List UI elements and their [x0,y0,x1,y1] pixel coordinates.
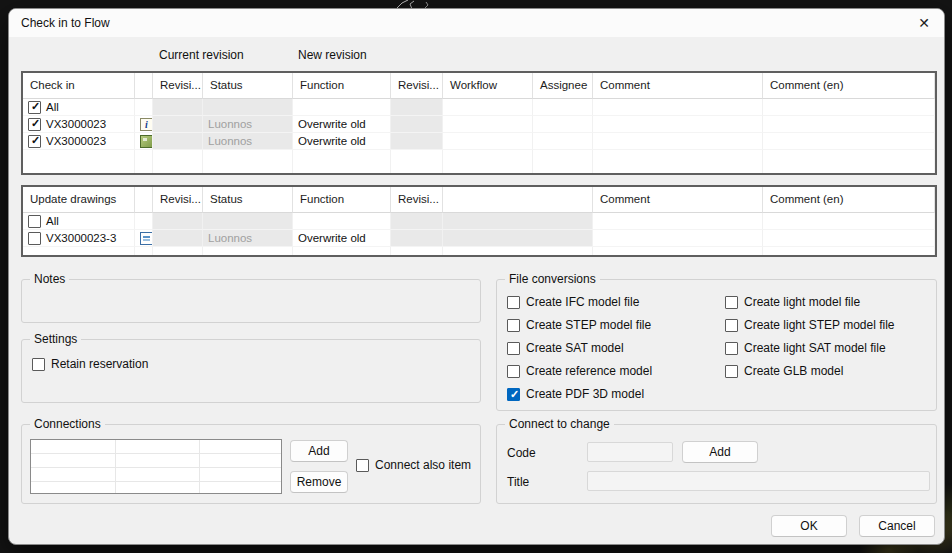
row-checkbox[interactable] [28,118,41,131]
cell-icon [135,230,153,247]
cell-revision [153,116,203,133]
connect-also-item-checkbox[interactable] [356,459,369,472]
row-checkbox[interactable] [28,232,41,245]
connections-group-label: Connections [30,417,105,431]
new-revision-label: New revision [298,48,367,62]
create-light-step-option[interactable]: Create light STEP model file [725,318,895,332]
drawing-icon [140,232,153,245]
option-label: Create light STEP model file [744,318,895,332]
cell-function: Overwrite old [293,133,391,150]
col-header-icon [135,187,153,213]
create-sat-checkbox[interactable] [507,342,520,355]
cell-empty [203,247,293,255]
option-label: Create light model file [744,295,860,309]
cell-revision-new [391,116,443,133]
create-light-sat-option[interactable]: Create light SAT model file [725,341,886,355]
cell-function: Overwrite old [293,116,391,133]
cell-comment [593,213,763,230]
cell-empty [763,150,935,173]
cell-revision [153,230,203,247]
checkin-row-item[interactable]: VX3000023 [23,133,135,150]
cell-empty [763,247,935,255]
row-label: VX3000023 [46,118,106,130]
cell-revision [153,133,203,150]
checkin-row-item[interactable]: VX3000023 [23,116,135,133]
code-field[interactable] [587,442,673,462]
create-glb-checkbox[interactable] [725,365,738,378]
create-light-sat-checkbox[interactable] [725,342,738,355]
create-ifc-option[interactable]: Create IFC model file [507,295,639,309]
connections-list[interactable] [30,439,282,494]
checkin-row-all[interactable]: All [23,99,135,116]
retain-reservation-option[interactable]: Retain reservation [32,357,148,371]
cell-comment [593,230,763,247]
connections-remove-button[interactable]: Remove [290,471,348,493]
model-icon [140,135,153,148]
create-light-model-checkbox[interactable] [725,296,738,309]
cell-empty [391,150,443,173]
checkin-all-checkbox[interactable] [28,101,41,114]
create-light-step-checkbox[interactable] [725,319,738,332]
drawings-row-all[interactable]: All [23,213,135,230]
col-header-revision-current: Revisi... [153,187,203,213]
ok-button[interactable]: OK [771,515,847,537]
create-ifc-checkbox[interactable] [507,296,520,309]
retain-reservation-checkbox[interactable] [32,358,45,371]
cell-function: Overwrite old [293,230,391,247]
create-reference-option[interactable]: Create reference model [507,364,652,378]
title-field[interactable] [587,471,930,491]
drawings-all-checkbox[interactable] [28,215,41,228]
connect-also-item-label: Connect also item [375,458,471,472]
cell-empty [533,150,593,173]
create-pdf3d-option[interactable]: Create PDF 3D model [507,387,644,401]
cell-function [293,213,391,230]
cell-status: Luonnos [203,116,293,133]
cell-comment-en [763,99,935,116]
notes-group-label: Notes [30,272,69,286]
cell-blank [443,230,593,247]
option-label: Create SAT model [526,341,624,355]
cell-empty [293,247,391,255]
create-light-model-option[interactable]: Create light model file [725,295,860,309]
connections-add-button[interactable]: Add [290,440,348,462]
file-conversions-group: File conversions Create IFC model file C… [496,279,937,411]
cell-status [203,213,293,230]
cell-empty [23,247,135,255]
cell-empty [135,99,153,116]
change-add-button[interactable]: Add [682,441,758,463]
list-grid-line [199,440,200,493]
cell-workflow [443,99,533,116]
cell-empty [391,247,443,255]
cell-empty [593,247,763,255]
create-sat-option[interactable]: Create SAT model [507,341,624,355]
create-reference-checkbox[interactable] [507,365,520,378]
cell-empty [23,150,135,173]
create-pdf3d-checkbox[interactable] [507,388,520,401]
row-checkbox[interactable] [28,135,41,148]
cell-revision-new [391,213,443,230]
col-header-function: Function [293,73,391,99]
drawings-row-item[interactable]: VX3000023-3 [23,230,135,247]
close-icon[interactable]: ✕ [912,11,936,35]
col-header-revision-current: Revisi... [153,73,203,99]
connect-also-item-option[interactable]: Connect also item [356,458,471,472]
create-glb-option[interactable]: Create GLB model [725,364,843,378]
create-step-option[interactable]: Create STEP model file [507,318,651,332]
cell-assignee [533,116,593,133]
cell-assignee [533,99,593,116]
notes-group: Notes [21,279,481,323]
retain-reservation-label: Retain reservation [51,357,148,371]
option-label: Create IFC model file [526,295,639,309]
create-step-checkbox[interactable] [507,319,520,332]
cell-status: Luonnos [203,230,293,247]
cell-comment [593,133,763,150]
connections-group: Connections Add Remove Connect also item [21,424,481,504]
row-label: All [46,101,59,113]
cell-assignee [533,133,593,150]
option-label: Create STEP model file [526,318,651,332]
col-header-comment: Comment [593,187,763,213]
cancel-button[interactable]: Cancel [859,515,935,537]
cell-empty [153,247,203,255]
cell-revision-new [391,230,443,247]
list-grid-line [115,440,116,493]
